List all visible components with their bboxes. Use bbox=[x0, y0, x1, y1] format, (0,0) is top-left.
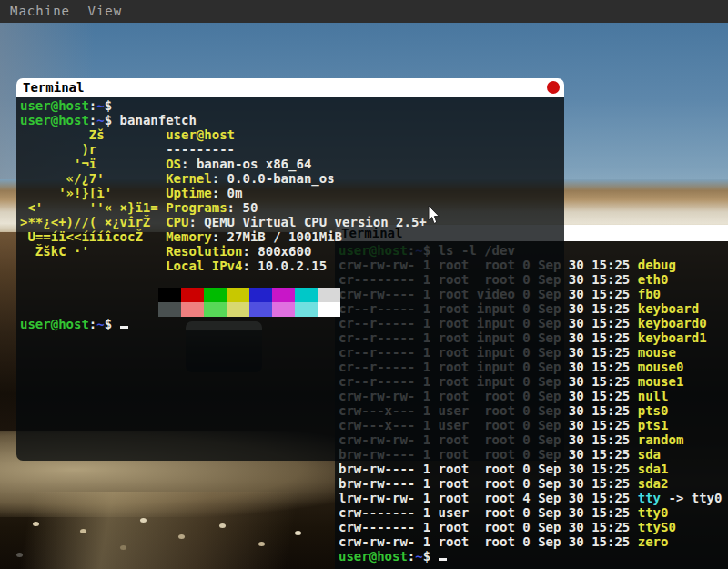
terminal-text-segment: 0m bbox=[228, 186, 243, 200]
terminal-line bbox=[20, 302, 564, 317]
ls-file-name: tty bbox=[638, 491, 661, 505]
ls-file-name: random bbox=[638, 432, 684, 447]
terminal-text-segment: Uptime bbox=[166, 186, 212, 200]
prompt-user: user@host bbox=[20, 317, 89, 331]
palette-color-block bbox=[318, 302, 340, 317]
ls-file-meta: brw-rw---- 1 root root 0 Sep 30 15:25 bbox=[339, 476, 638, 491]
terminal-line: user@host:~$ bbox=[20, 98, 564, 113]
palette-color-block bbox=[249, 288, 272, 302]
terminal-line: ŽškC ·' Resolution: 800x600 bbox=[20, 244, 564, 259]
ls-file-name: keyboard bbox=[638, 301, 699, 316]
terminal-text-segment: : bbox=[242, 259, 258, 273]
terminal-text-segment: Zš bbox=[20, 127, 105, 142]
ls-file-name: debug bbox=[638, 258, 676, 272]
terminal-text-segment bbox=[89, 244, 166, 259]
menu-bar: Machine View bbox=[0, 0, 728, 23]
terminal-text-segment: : bbox=[212, 229, 228, 244]
ls-file-name: pts0 bbox=[638, 403, 669, 418]
ls-file-name: tty0 bbox=[638, 505, 669, 520]
prompt-path: ~ bbox=[415, 549, 422, 564]
terminal-text-segment: QEMU Virtual CPU version 2.5+ bbox=[204, 215, 426, 229]
command-text: bananfetch bbox=[120, 113, 197, 127]
palette-color-block bbox=[295, 288, 318, 302]
prompt-symbol: $ bbox=[105, 98, 120, 113]
terminal-text-segment bbox=[105, 127, 166, 142]
prompt-user: user@host bbox=[20, 113, 89, 127]
terminal-text-segment: : bbox=[188, 215, 204, 229]
terminal-line: user@host:~$ bbox=[339, 549, 728, 564]
menu-machine[interactable]: Machine bbox=[10, 0, 70, 23]
terminal-line bbox=[20, 273, 564, 288]
terminal-text-segment: banan-os x86_64 bbox=[197, 157, 311, 171]
terminal-line: <' ''« ×}ï1= Programs: 50 bbox=[20, 200, 564, 215]
terminal-text-segment: --------- bbox=[166, 142, 235, 157]
terminal-text-segment: '¬ï bbox=[20, 157, 96, 171]
terminal-text-segment: '»!}[ì' bbox=[20, 186, 112, 200]
terminal-line: «/¿7' Kernel: 0.0.0-banan_os bbox=[20, 171, 564, 186]
terminal-text-segment: <' ''« ×}ï1= bbox=[20, 200, 158, 215]
terminal-text-segment bbox=[112, 186, 166, 200]
terminal-text-segment bbox=[150, 215, 166, 229]
terminal-text-segment: Programs bbox=[166, 200, 227, 215]
ls-file-name: fb0 bbox=[638, 287, 661, 301]
prompt-user: user@host bbox=[339, 549, 408, 564]
terminal-text-segment: : bbox=[212, 171, 228, 186]
terminal-fetch-title: Terminal bbox=[23, 80, 84, 95]
ls-file-name: keyboard1 bbox=[638, 330, 707, 345]
ls-file-name: eth0 bbox=[638, 272, 669, 287]
terminal-line: crw------- 1 user root 0 Sep 30 15:25 tt… bbox=[339, 505, 728, 520]
terminal-line: Local IPv4: 10.0.2.15 bbox=[20, 259, 564, 273]
ls-file-name: pts1 bbox=[638, 418, 669, 432]
palette-color-block bbox=[181, 302, 204, 317]
terminal-text-segment: Local IPv4 bbox=[166, 259, 242, 273]
prompt-symbol: $ bbox=[105, 317, 120, 331]
terminal-line: U==íï<<íííîcocŽ Memory: 27MiB / 1001MiB bbox=[20, 229, 564, 244]
terminal-line: crw-rw-rw- 1 root root 0 Sep 30 15:25 ze… bbox=[339, 534, 728, 549]
terminal-line: '»!}[ì' Uptime: 0m bbox=[20, 186, 564, 200]
terminal-text-segment: : bbox=[181, 157, 197, 171]
prompt-path: ~ bbox=[96, 113, 104, 127]
wallpaper-rocks bbox=[33, 522, 39, 526]
terminal-line: crw------- 1 root root 0 Sep 30 15:25 tt… bbox=[339, 520, 728, 534]
palette-color-block bbox=[158, 302, 181, 317]
terminal-text-segment bbox=[158, 200, 166, 215]
terminal-line bbox=[20, 288, 564, 302]
palette-color-block bbox=[272, 288, 295, 302]
terminal-text-segment: : bbox=[228, 200, 243, 215]
close-button[interactable] bbox=[547, 81, 560, 94]
terminal-fetch-titlebar[interactable]: Terminal bbox=[16, 78, 564, 97]
terminal-text-segment: CPU bbox=[166, 215, 188, 229]
terminal-line: user@host:~$ bananfetch bbox=[20, 113, 564, 127]
terminal-text-segment: Kernel bbox=[166, 171, 212, 186]
terminal-text-segment: : bbox=[212, 186, 228, 200]
terminal-line: brw-rw---- 1 root root 0 Sep 30 15:25 sd… bbox=[339, 462, 728, 476]
palette-color-block bbox=[227, 302, 249, 317]
terminal-text-segment: 800x600 bbox=[258, 244, 311, 259]
terminal-text-segment: ŽškC ·' bbox=[20, 244, 89, 259]
terminal-text-segment: user@host bbox=[166, 127, 235, 142]
palette-color-block bbox=[204, 288, 227, 302]
palette-color-block bbox=[249, 302, 272, 317]
terminal-text-segment bbox=[143, 229, 166, 244]
terminal-line: '¬ï OS: banan-os x86_64 bbox=[20, 157, 564, 171]
terminal-line: lrw-rw-rw- 1 root root 4 Sep 30 15:25 tt… bbox=[339, 491, 728, 505]
ls-file-meta: crw------- 1 user root 0 Sep 30 15:25 bbox=[339, 505, 638, 520]
text-cursor bbox=[439, 558, 447, 561]
ls-file-meta: brw-rw---- 1 root root 0 Sep 30 15:25 bbox=[339, 462, 638, 476]
terminal-text-segment: 27MiB / 1001MiB bbox=[228, 229, 342, 244]
terminal-line: )r --------- bbox=[20, 142, 564, 157]
terminal-line: brw-rw---- 1 root root 0 Sep 30 15:25 sd… bbox=[339, 476, 728, 491]
terminal-text-segment bbox=[96, 142, 166, 157]
ls-file-meta: crw------- 1 root root 0 Sep 30 15:25 bbox=[339, 520, 638, 534]
palette-color-block bbox=[318, 288, 340, 302]
terminal-text-segment: )r bbox=[20, 142, 96, 157]
menu-view[interactable]: View bbox=[87, 0, 122, 23]
terminal-text-segment: U==íï<<íííîcocŽ bbox=[20, 229, 143, 244]
ls-file-name: null bbox=[638, 389, 669, 403]
desktop-wallpaper: Terminal user@host:~$ ls -l /devcrw-rw-r… bbox=[0, 23, 728, 569]
terminal-fetch-body[interactable]: user@host:~$ user@host:~$ bananfetch Zš … bbox=[16, 97, 564, 461]
palette-color-block bbox=[204, 302, 227, 317]
terminal-text-segment bbox=[105, 171, 166, 186]
terminal-text-segment: OS bbox=[166, 157, 181, 171]
terminal-text-segment: : bbox=[242, 244, 258, 259]
